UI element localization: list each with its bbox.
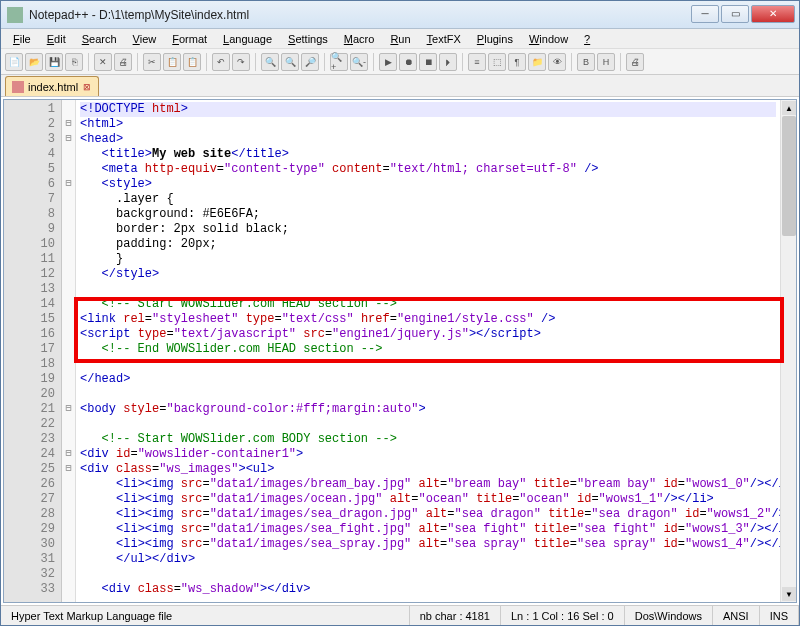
fold-marker[interactable] — [62, 252, 75, 267]
line-number[interactable]: 18 — [4, 357, 61, 372]
line-number[interactable]: 24 — [4, 447, 61, 462]
line-number[interactable]: 16 — [4, 327, 61, 342]
code-line[interactable]: <meta http-equiv="content-type" content=… — [80, 162, 776, 177]
toolbar-button-5[interactable]: ✕ — [94, 53, 112, 71]
toolbar-button-27[interactable]: ≡ — [468, 53, 486, 71]
menu-format[interactable]: Format — [164, 31, 215, 47]
fold-marker[interactable] — [62, 537, 75, 552]
line-number[interactable]: 20 — [4, 387, 61, 402]
fold-marker[interactable] — [62, 282, 75, 297]
line-number[interactable]: 7 — [4, 192, 61, 207]
menu-window[interactable]: Window — [521, 31, 576, 47]
line-number[interactable]: 30 — [4, 537, 61, 552]
line-number[interactable]: 29 — [4, 522, 61, 537]
toolbar-button-34[interactable]: H — [597, 53, 615, 71]
line-number[interactable]: 31 — [4, 552, 61, 567]
maximize-button[interactable]: ▭ — [721, 5, 749, 23]
code-line[interactable]: <!-- Start WOWSlider.com HEAD section --… — [80, 297, 776, 312]
line-number[interactable]: 12 — [4, 267, 61, 282]
line-number[interactable]: 26 — [4, 477, 61, 492]
menu-edit[interactable]: Edit — [39, 31, 74, 47]
scroll-up-arrow[interactable]: ▲ — [782, 101, 796, 115]
code-line[interactable]: <!-- End WOWSlider.com HEAD section --> — [80, 342, 776, 357]
fold-marker[interactable] — [62, 582, 75, 597]
fold-marker[interactable] — [62, 552, 75, 567]
file-tab[interactable]: index.html ⊠ — [5, 76, 99, 96]
code-line[interactable]: <body style="background-color:#fff;margi… — [80, 402, 776, 417]
fold-marker[interactable]: ⊟ — [62, 177, 75, 192]
toolbar-button-30[interactable]: 📁 — [528, 53, 546, 71]
fold-marker[interactable]: ⊟ — [62, 132, 75, 147]
fold-marker[interactable] — [62, 477, 75, 492]
fold-marker[interactable] — [62, 522, 75, 537]
code-line[interactable] — [80, 417, 776, 432]
toolbar-button-36[interactable]: 🖨 — [626, 53, 644, 71]
code-line[interactable]: <script type="text/javascript" src="engi… — [80, 327, 776, 342]
code-line[interactable]: <style> — [80, 177, 776, 192]
fold-marker[interactable] — [62, 372, 75, 387]
fold-marker[interactable] — [62, 222, 75, 237]
line-number[interactable]: 17 — [4, 342, 61, 357]
toolbar-button-22[interactable]: ▶ — [379, 53, 397, 71]
fold-marker[interactable] — [62, 417, 75, 432]
line-number[interactable]: 27 — [4, 492, 61, 507]
line-number[interactable]: 22 — [4, 417, 61, 432]
scroll-down-arrow[interactable]: ▼ — [782, 587, 796, 601]
toolbar-button-6[interactable]: 🖨 — [114, 53, 132, 71]
toolbar-button-23[interactable]: ⏺ — [399, 53, 417, 71]
toolbar-button-16[interactable]: 🔍 — [281, 53, 299, 71]
toolbar-button-28[interactable]: ⬚ — [488, 53, 506, 71]
toolbar-button-2[interactable]: 💾 — [45, 53, 63, 71]
code-line[interactable]: .layer { — [80, 192, 776, 207]
code-line[interactable]: <link rel="stylesheet" type="text/css" h… — [80, 312, 776, 327]
line-number[interactable]: 6 — [4, 177, 61, 192]
fold-marker[interactable] — [62, 492, 75, 507]
code-line[interactable] — [80, 357, 776, 372]
fold-marker[interactable]: ⊟ — [62, 447, 75, 462]
menu-view[interactable]: View — [125, 31, 165, 47]
code-line[interactable]: <!-- Start WOWSlider.com BODY section --… — [80, 432, 776, 447]
toolbar-button-20[interactable]: 🔍- — [350, 53, 368, 71]
menu-plugins[interactable]: Plugins — [469, 31, 521, 47]
tab-close-icon[interactable]: ⊠ — [82, 82, 92, 92]
code-line[interactable]: <div id="wowslider-container1"> — [80, 447, 776, 462]
close-button[interactable]: ✕ — [751, 5, 795, 23]
code-line[interactable]: <div class="ws_images"><ul> — [80, 462, 776, 477]
fold-marker[interactable] — [62, 297, 75, 312]
code-line[interactable] — [80, 282, 776, 297]
fold-marker[interactable] — [62, 192, 75, 207]
code-line[interactable]: <li><img src="data1/images/ocean.jpg" al… — [80, 492, 776, 507]
code-line[interactable]: </ul></div> — [80, 552, 776, 567]
toolbar-button-33[interactable]: B — [577, 53, 595, 71]
code-line[interactable]: <title>My web site</title> — [80, 147, 776, 162]
vertical-scrollbar[interactable]: ▲ ▼ — [780, 100, 796, 602]
toolbar-button-3[interactable]: ⎘ — [65, 53, 83, 71]
menu-language[interactable]: Language — [215, 31, 280, 47]
line-number[interactable]: 9 — [4, 222, 61, 237]
fold-marker[interactable] — [62, 237, 75, 252]
code-line[interactable]: </style> — [80, 267, 776, 282]
titlebar[interactable]: Notepad++ - D:\1\temp\MySite\index.html … — [1, 1, 799, 29]
fold-marker[interactable]: ⊟ — [62, 402, 75, 417]
code-line[interactable]: <head> — [80, 132, 776, 147]
line-number[interactable]: 33 — [4, 582, 61, 597]
fold-gutter[interactable]: ⊟⊟⊟⊟⊟⊟ — [62, 100, 76, 602]
code-line[interactable]: <li><img src="data1/images/sea_spray.jpg… — [80, 537, 776, 552]
line-number[interactable]: 15 — [4, 312, 61, 327]
toolbar-button-24[interactable]: ⏹ — [419, 53, 437, 71]
code-line[interactable]: <li><img src="data1/images/sea_dragon.jp… — [80, 507, 776, 522]
toolbar-button-0[interactable]: 📄 — [5, 53, 23, 71]
code-line[interactable]: <li><img src="data1/images/sea_fight.jpg… — [80, 522, 776, 537]
fold-marker[interactable]: ⊟ — [62, 462, 75, 477]
toolbar-button-15[interactable]: 🔍 — [261, 53, 279, 71]
line-number[interactable]: 11 — [4, 252, 61, 267]
menu-help[interactable]: ? — [576, 31, 598, 47]
line-number[interactable]: 8 — [4, 207, 61, 222]
fold-marker[interactable] — [62, 567, 75, 582]
code-line[interactable] — [80, 567, 776, 582]
menu-search[interactable]: Search — [74, 31, 125, 47]
fold-marker[interactable] — [62, 342, 75, 357]
line-number[interactable]: 10 — [4, 237, 61, 252]
code-line[interactable]: border: 2px solid black; — [80, 222, 776, 237]
line-number[interactable]: 4 — [4, 147, 61, 162]
